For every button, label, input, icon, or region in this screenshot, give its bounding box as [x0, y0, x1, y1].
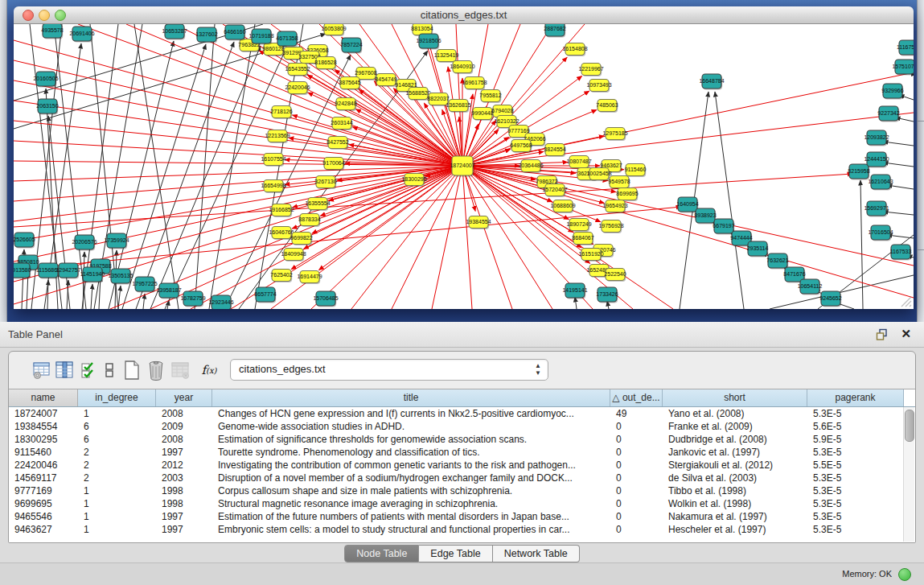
- graph-node[interactable]: 16151920: [578, 249, 603, 262]
- network-window-titlebar[interactable]: citations_edges.txt: [14, 6, 914, 24]
- graph-node[interactable]: 19166852: [269, 204, 294, 217]
- graph-node[interactable]: 2935114: [747, 241, 769, 257]
- column-header-pagerank[interactable]: pagerank: [807, 389, 904, 406]
- graph-node[interactable]: 2718126: [270, 106, 292, 119]
- graph-node[interactable]: 3913580: [14, 263, 31, 278]
- graph-node[interactable]: 12444150: [864, 152, 889, 167]
- graph-node[interactable]: 6679197: [713, 219, 734, 234]
- graph-node[interactable]: 2887682: [544, 24, 565, 37]
- column-header-title[interactable]: title: [212, 389, 610, 406]
- graph-node[interactable]: 4671358: [276, 31, 298, 47]
- table-row[interactable]: 946554611997Estimation of the future num…: [9, 510, 915, 523]
- graph-node[interactable]: 12923446: [208, 295, 233, 309]
- control-panel-splitter[interactable]: [0, 0, 7, 322]
- graph-node[interactable]: 8215958: [848, 164, 869, 179]
- graph-edge[interactable]: [462, 166, 914, 298]
- graph-node[interactable]: 10688609: [550, 200, 575, 213]
- table-settings-icon[interactable]: [31, 360, 52, 381]
- tab-edge-table[interactable]: Edge Table: [419, 545, 492, 562]
- import-table-icon[interactable]: [170, 360, 191, 381]
- table-row[interactable]: 1830029562008Estimation of significance …: [9, 433, 915, 446]
- graph-node[interactable]: 10719188: [248, 29, 273, 44]
- graph-node[interactable]: 10653287: [162, 24, 187, 39]
- graph-node[interactable]: 7485063: [596, 100, 618, 113]
- graph-node[interactable]: 16782759: [180, 291, 205, 307]
- graph-node[interactable]: 8657774: [254, 287, 276, 303]
- column-header-name[interactable]: name: [9, 389, 78, 406]
- graph-node[interactable]: 11167530: [897, 40, 914, 56]
- graph-node[interactable]: 12219967: [578, 64, 603, 76]
- function-builder-icon[interactable]: f(x): [199, 360, 220, 381]
- graph-node[interactable]: 22420046: [285, 82, 310, 95]
- graph-node[interactable]: 18724007: [450, 156, 474, 176]
- graph-node[interactable]: 1640954: [676, 197, 698, 212]
- graph-node[interactable]: 1327602: [195, 27, 217, 43]
- graph-edge[interactable]: [14, 101, 462, 166]
- graph-node[interactable]: 7625402: [270, 270, 292, 282]
- graph-node[interactable]: 16914479: [297, 271, 322, 284]
- graph-node[interactable]: 13505135: [108, 269, 133, 284]
- graph-node[interactable]: 20206576: [72, 235, 97, 250]
- graph-node[interactable]: 9329966: [881, 84, 903, 99]
- table-row[interactable]: 969969511998Structural magnetic resonanc…: [9, 497, 915, 510]
- graph-node[interactable]: 8454749: [375, 74, 396, 87]
- graph-node[interactable]: 17359924: [104, 233, 129, 249]
- graph-node[interactable]: 4935578: [41, 24, 63, 39]
- graph-edge[interactable]: [462, 166, 590, 263]
- graph-node[interactable]: 12975185: [602, 128, 627, 141]
- graph-node[interactable]: 19384554: [466, 216, 491, 229]
- graph-node[interactable]: 16961758: [462, 77, 487, 90]
- graph-node[interactable]: 6497568: [510, 140, 532, 153]
- graph-node[interactable]: 19218506: [416, 34, 441, 49]
- graph-node[interactable]: 6466160: [224, 25, 245, 40]
- network-graph[interactable]: 1605380988130543226058986012879638223912…: [14, 24, 914, 309]
- table-row[interactable]: 1938455462009Genome-wide association stu…: [9, 420, 915, 433]
- graph-node[interactable]: 1167533: [890, 245, 912, 260]
- graph-node[interactable]: 16154808: [562, 43, 587, 56]
- graph-node[interactable]: 2063150: [36, 99, 58, 114]
- graph-node[interactable]: 12093822: [864, 130, 889, 146]
- graph-node[interactable]: 18300295: [401, 174, 426, 187]
- graph-node[interactable]: 10973493: [586, 80, 611, 93]
- graph-node[interactable]: 16355554: [305, 198, 330, 211]
- graph-node[interactable]: 2522540: [604, 269, 626, 282]
- graph-edge[interactable]: [351, 166, 462, 309]
- graph-node[interactable]: 2526605: [14, 233, 35, 248]
- new-table-icon[interactable]: [121, 360, 142, 381]
- table-row[interactable]: 1456911722003Disruption of a novel membe…: [9, 472, 915, 484]
- delete-table-icon[interactable]: [146, 360, 166, 381]
- graph-node[interactable]: 15720407: [542, 184, 567, 197]
- graph-edge[interactable]: [462, 166, 472, 309]
- graph-node[interactable]: 18640910: [450, 61, 474, 74]
- graph-edge[interactable]: [432, 166, 462, 309]
- graph-edge[interactable]: [462, 166, 914, 266]
- row-height-icon[interactable]: [99, 360, 120, 381]
- graph-node[interactable]: 7857224: [340, 38, 362, 53]
- graph-node[interactable]: 8684067: [572, 233, 593, 245]
- graph-node[interactable]: 15751074: [892, 60, 914, 75]
- graph-node[interactable]: 16543552: [285, 64, 310, 76]
- resize-grip-icon[interactable]: [899, 295, 912, 307]
- graph-edge[interactable]: [883, 163, 914, 167]
- graph-node[interactable]: 14195141: [562, 283, 587, 299]
- graph-edge[interactable]: [195, 24, 215, 309]
- tab-network-table[interactable]: Network Table: [493, 545, 580, 562]
- graph-node[interactable]: 11451940: [80, 267, 105, 282]
- graph-edge[interactable]: [715, 92, 744, 309]
- graph-node[interactable]: 10807487: [566, 156, 591, 169]
- graph-node[interactable]: 8938923: [694, 208, 716, 224]
- graph-edge[interactable]: [883, 142, 914, 146]
- column-header-short[interactable]: short: [663, 389, 807, 406]
- table-row[interactable]: 977716911998Corpus callosum shape and si…: [9, 484, 915, 497]
- graph-node[interactable]: 18409948: [281, 249, 306, 262]
- graph-edge[interactable]: [860, 180, 863, 309]
- graph-node[interactable]: 8186528: [314, 57, 336, 70]
- graph-node[interactable]: 9242848: [335, 98, 356, 111]
- graph-node[interactable]: 16107554: [261, 154, 285, 167]
- graph-node[interactable]: 8699695: [616, 188, 638, 201]
- results-panel-splitter[interactable]: [917, 0, 924, 322]
- graph-node[interactable]: 12942757: [55, 263, 80, 278]
- graph-node[interactable]: 9549578: [608, 176, 630, 189]
- graph-edge[interactable]: [14, 40, 462, 166]
- table-selector-dropdown[interactable]: citations_edges.txt ▲▼: [230, 359, 548, 381]
